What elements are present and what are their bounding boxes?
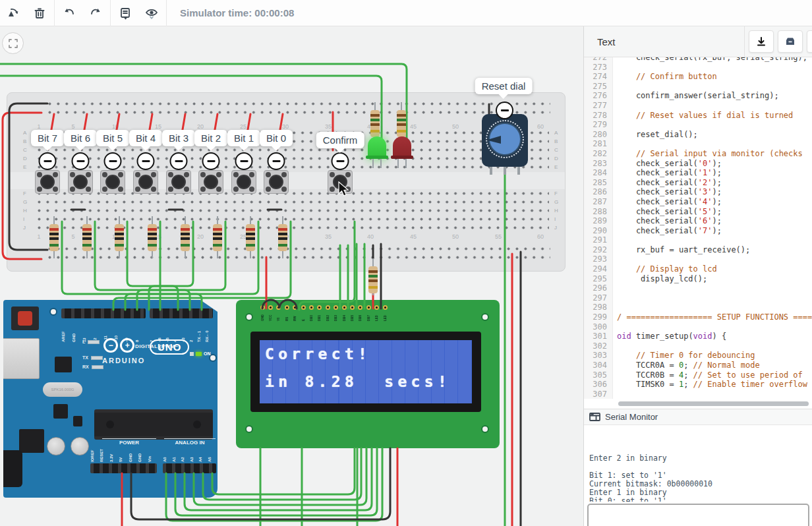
pushbutton-press-indicator[interactable] — [39, 152, 57, 170]
usb-port — [0, 338, 40, 379]
pushbutton-cap[interactable] — [237, 175, 251, 189]
resistor[interactable] — [181, 216, 190, 258]
arduino-reset-button[interactable] — [11, 307, 39, 330]
pushbutton-cap[interactable] — [269, 175, 283, 189]
potentiometer[interactable] — [482, 114, 528, 167]
arduino-uno-board[interactable]: AREFGND1312~11~10~98 7~6~54~32TX→1RX←0 D… — [3, 300, 218, 498]
lcd-pin[interactable]: GND — [258, 305, 266, 321]
red-led[interactable] — [393, 136, 411, 159]
column-number: 60 — [534, 233, 547, 240]
lcd-pin[interactable]: DB4 — [340, 305, 348, 321]
pushbutton[interactable] — [133, 170, 158, 194]
lcd-pin[interactable]: DB1 — [316, 305, 324, 321]
pushbutton-cap[interactable] — [171, 175, 186, 189]
lcd-pin[interactable]: V0 — [275, 305, 283, 321]
analog-header[interactable] — [163, 463, 216, 473]
lcd-pin-label: LED — [375, 310, 378, 321]
tooltip-label: Confirm — [323, 134, 358, 146]
pushbutton-press-indicator[interactable] — [72, 152, 90, 170]
pushbutton[interactable] — [231, 170, 256, 194]
lcd-pin-row[interactable]: GNDVCCV0RSRWEDB0DB1DB2DB3DB4DB5DB6DB7LED… — [258, 305, 390, 321]
pushbutton[interactable] — [100, 170, 125, 194]
pushbutton-cap[interactable] — [40, 175, 55, 189]
pushbutton[interactable] — [198, 170, 223, 194]
libraries-button[interactable] — [778, 30, 803, 53]
lcd-pin[interactable]: E — [299, 305, 307, 321]
pushbutton-press-indicator[interactable] — [104, 152, 122, 170]
lcd-pin[interactable]: DB6 — [357, 305, 364, 321]
lcd-pin[interactable]: LED — [372, 305, 380, 321]
resistor[interactable] — [213, 216, 222, 258]
toolbar-separator — [54, 0, 55, 26]
pushbutton-press-indicator[interactable] — [170, 152, 188, 170]
mount-hole — [245, 313, 253, 321]
lcd-pin[interactable]: DB5 — [348, 305, 356, 321]
power-header[interactable] — [90, 463, 157, 473]
resistor[interactable] — [368, 258, 378, 295]
lcd-pin[interactable]: VCC — [266, 305, 274, 321]
pushbutton[interactable] — [166, 170, 191, 194]
pushbutton-cap[interactable] — [204, 175, 218, 189]
component-tooltip: Bit 0 — [260, 130, 293, 146]
component-tooltip: Bit 1 — [227, 130, 260, 146]
resistor[interactable] — [115, 216, 124, 258]
pushbutton-cap[interactable] — [73, 175, 88, 189]
tooltip-label: Bit 1 — [234, 132, 254, 144]
lcd-pin[interactable]: DB0 — [307, 305, 315, 321]
rotate-button[interactable] — [0, 0, 26, 26]
serial-monitor-input[interactable] — [587, 504, 809, 526]
component-visibility-button[interactable] — [138, 0, 165, 26]
horizontal-scrollbar[interactable] — [618, 401, 809, 406]
pushbutton-press-indicator[interactable] — [268, 152, 285, 170]
pushbutton[interactable] — [68, 170, 93, 194]
resistor[interactable] — [82, 216, 92, 258]
digital-header-left[interactable] — [61, 308, 146, 318]
ic-component — [55, 357, 72, 372]
row-letter: E — [554, 164, 558, 170]
code-mode-dropdown[interactable]: Text — [584, 26, 745, 57]
pushbutton-press-indicator[interactable] — [235, 152, 253, 170]
resistor[interactable] — [246, 216, 255, 258]
lcd-pin[interactable]: DB3 — [332, 305, 340, 321]
component-tooltip: Bit 2 — [194, 130, 227, 146]
led-rx — [92, 365, 103, 369]
column-number: 55 — [492, 233, 505, 240]
lcd-pin[interactable]: LED — [381, 305, 389, 321]
pushbutton-press-indicator[interactable] — [332, 152, 349, 170]
pushbutton-press-indicator[interactable] — [137, 152, 155, 170]
lcd-display-16x2[interactable]: GNDVCCV0RSRWEDB0DB1DB2DB3DB4DB5DB6DB7LED… — [236, 300, 500, 448]
tooltip-label: Bit 4 — [136, 132, 156, 144]
pushbutton-cap[interactable] — [138, 175, 153, 189]
pushbutton[interactable] — [264, 170, 289, 194]
green-led[interactable] — [368, 136, 386, 159]
resistor[interactable] — [49, 216, 59, 258]
lcd-pin[interactable]: RW — [291, 305, 299, 321]
pushbutton[interactable] — [35, 170, 60, 194]
digital-header-right[interactable] — [150, 308, 213, 318]
lcd-pin-label: DB4 — [343, 310, 346, 321]
row-letter: B — [554, 138, 558, 144]
download-code-button[interactable] — [749, 30, 774, 53]
more-button[interactable] — [807, 30, 812, 53]
zoom-to-fit-button[interactable] — [2, 32, 24, 54]
pin-label: A0 — [163, 446, 172, 462]
code-editor[interactable]: 272 check_serial(rx_buf, serial_string);… — [584, 57, 812, 409]
lcd-pin[interactable]: DB7 — [364, 305, 372, 321]
serial-monitor-header[interactable]: Serial Monitor — [584, 409, 812, 425]
potentiometer-drag-indicator[interactable] — [496, 102, 513, 119]
pushbutton-cap[interactable] — [105, 175, 120, 189]
circuit-canvas[interactable]: 151015202530354045505560 ABCDE ABCDE FGH… — [0, 26, 583, 526]
redo-button[interactable] — [82, 0, 109, 26]
undo-button[interactable] — [56, 0, 82, 26]
resistor[interactable] — [148, 216, 157, 258]
resistor[interactable] — [278, 216, 287, 258]
code-panel-header: Text — [584, 26, 812, 57]
delete-button[interactable] — [26, 0, 53, 26]
download-icon — [755, 36, 767, 47]
lcd-pin[interactable]: DB2 — [324, 305, 332, 321]
lcd-pin[interactable]: RS — [283, 305, 291, 321]
led-l-label: L — [82, 339, 85, 344]
pushbutton-press-indicator[interactable] — [202, 152, 220, 170]
lcd-pin-label: DB1 — [318, 310, 321, 321]
notes-button[interactable] — [112, 0, 138, 26]
